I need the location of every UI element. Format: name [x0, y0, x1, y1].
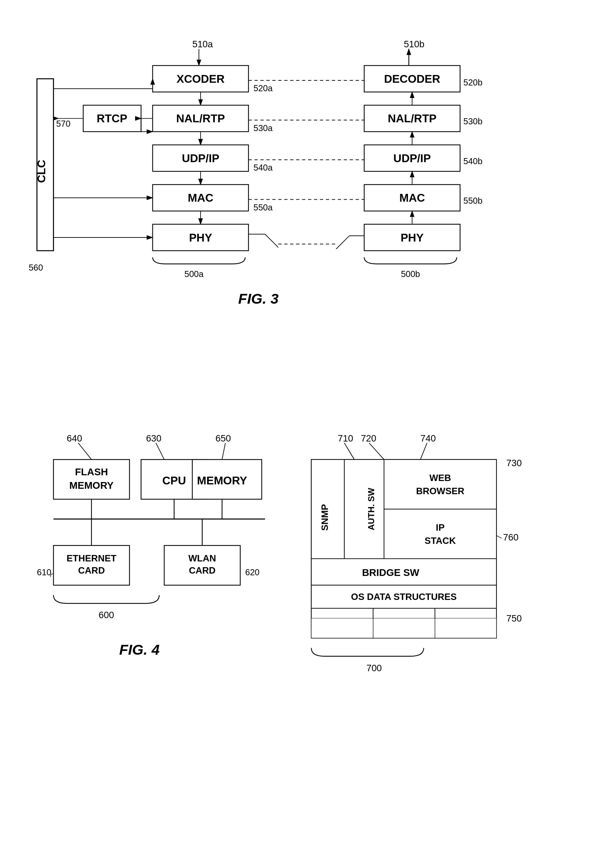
snmp-label: SNMP	[320, 504, 330, 531]
rtcp-label: RTCP	[96, 112, 127, 124]
ref-530b: 530b	[463, 117, 483, 126]
fig4-diagram: 640 630 650 FLASH MEMORY CPU MEMORY	[27, 419, 589, 824]
cpu-label: CPU	[162, 474, 186, 487]
ref-510b: 510b	[404, 39, 425, 49]
ref-760: 760	[503, 532, 519, 542]
ref-750: 750	[506, 613, 522, 623]
fig4-label: FIG. 4	[119, 642, 160, 658]
svg-line-35	[156, 443, 164, 459]
page: 510a 510b	[0, 0, 616, 858]
web-browser-label2: BROWSER	[416, 486, 464, 496]
fig3-diagram: 510a 510b	[27, 20, 589, 392]
ip-stack-label2: STACK	[425, 535, 456, 546]
ref-730: 730	[506, 458, 522, 468]
svg-line-30	[336, 236, 349, 249]
mac-a-label: MAC	[188, 191, 213, 204]
ip-stack-label: IP	[436, 522, 445, 533]
ref-610: 610	[37, 567, 51, 577]
bridge-sw-label: BRIDGE SW	[362, 567, 419, 578]
ref-710: 710	[338, 433, 353, 443]
ref-630: 630	[146, 433, 161, 443]
ref-700: 700	[366, 663, 382, 673]
svg-line-44	[369, 443, 384, 459]
web-browser-box	[384, 459, 497, 509]
ref-720: 720	[361, 433, 377, 443]
udpip-a-label: UDP/IP	[182, 152, 219, 165]
decoder-label: DECODER	[384, 73, 440, 85]
ref-500a: 500a	[185, 269, 204, 279]
ref-520b: 520b	[463, 78, 483, 87]
svg-line-36	[222, 443, 226, 459]
ref-520a: 520a	[253, 84, 273, 93]
ref-550a: 550a	[253, 203, 273, 212]
phy-b-label: PHY	[400, 232, 424, 244]
ethernet-card-label2: CARD	[78, 565, 105, 576]
svg-line-43	[344, 443, 354, 459]
ref-570: 570	[56, 119, 70, 128]
ref-530a: 530a	[253, 123, 273, 133]
ref-560: 560	[29, 263, 43, 272]
wlan-card-label2: CARD	[189, 565, 216, 576]
flash-memory-label: FLASH	[75, 466, 108, 477]
ethernet-card-label: ETHERNET	[67, 553, 116, 563]
ref-640: 640	[67, 433, 82, 443]
auth-sw-box	[344, 459, 384, 559]
udpip-b-label: UDP/IP	[393, 152, 431, 165]
svg-line-28	[265, 234, 278, 247]
nalrtp-a-label: NAL/RTP	[176, 112, 225, 124]
web-browser-label: WEB	[430, 473, 451, 483]
ref-650: 650	[216, 433, 231, 443]
xcoder-label: XCODER	[177, 73, 225, 85]
ref-740: 740	[420, 433, 436, 443]
ref-500b: 500b	[401, 269, 420, 279]
ref-540b: 540b	[463, 156, 483, 166]
flash-memory-label2: MEMORY	[69, 480, 113, 491]
clc-label: CLC	[35, 160, 48, 183]
ref-600: 600	[99, 610, 114, 620]
ref-620: 620	[245, 567, 259, 577]
memory-label: MEMORY	[197, 474, 247, 487]
wlan-card-label: WLAN	[188, 553, 216, 563]
ref-540a: 540a	[253, 163, 273, 172]
ip-stack-box	[384, 509, 497, 559]
auth-sw-label: AUTH. SW	[366, 488, 376, 530]
svg-line-34	[78, 443, 92, 459]
svg-line-45	[420, 443, 427, 459]
svg-rect-50	[311, 618, 497, 638]
os-data-label: OS DATA STRUCTURES	[351, 591, 456, 602]
ref-510a: 510a	[192, 39, 213, 49]
nalrtp-b-label: NAL/RTP	[388, 112, 436, 124]
ref-550b: 550b	[463, 196, 483, 205]
mac-b-label: MAC	[399, 191, 425, 204]
fig3-label: FIG. 3	[238, 291, 279, 307]
svg-line-46	[497, 536, 502, 538]
phy-a-label: PHY	[189, 232, 212, 244]
